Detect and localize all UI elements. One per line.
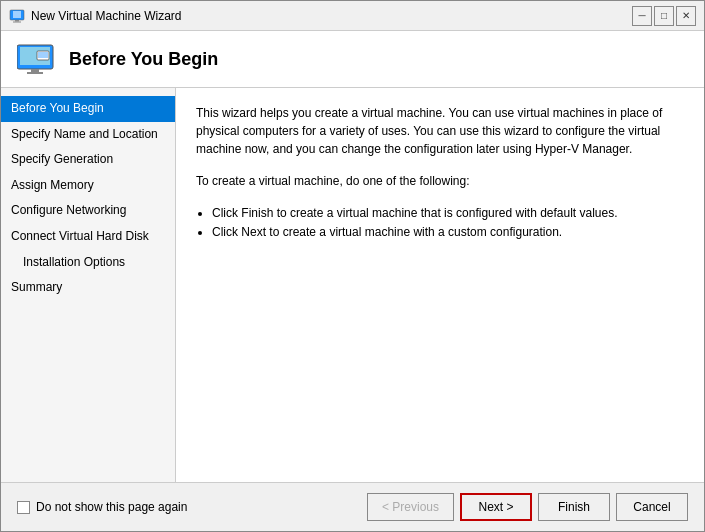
wizard-window: New Virtual Machine Wizard ─ □ ✕ Before …: [0, 0, 705, 532]
title-bar-left: New Virtual Machine Wizard: [9, 8, 182, 24]
header-title: Before You Begin: [69, 49, 218, 70]
bullet-item-2: Click Next to create a virtual machine w…: [212, 223, 684, 242]
window-icon: [9, 8, 25, 24]
sidebar-item-connect-vhd[interactable]: Connect Virtual Hard Disk: [1, 224, 175, 250]
svg-rect-2: [15, 20, 19, 22]
wizard-header: Before You Begin: [1, 31, 704, 88]
wizard-body: Before You Begin Specify Name and Locati…: [1, 88, 704, 482]
footer-buttons: < Previous Next > Finish Cancel: [367, 493, 688, 521]
maximize-button[interactable]: □: [654, 6, 674, 26]
sidebar-item-configure-networking[interactable]: Configure Networking: [1, 198, 175, 224]
next-button[interactable]: Next >: [460, 493, 532, 521]
previous-button[interactable]: < Previous: [367, 493, 454, 521]
wizard-footer: Do not show this page again < Previous N…: [1, 482, 704, 531]
svg-rect-3: [13, 21, 21, 22]
bullet-item-1: Click Finish to create a virtual machine…: [212, 204, 684, 223]
svg-rect-7: [27, 72, 43, 74]
wizard-content: This wizard helps you create a virtual m…: [176, 88, 704, 482]
title-bar: New Virtual Machine Wizard ─ □ ✕: [1, 1, 704, 31]
sidebar-item-specify-name[interactable]: Specify Name and Location: [1, 122, 175, 148]
instruction-paragraph: To create a virtual machine, do one of t…: [196, 172, 684, 190]
do-not-show-label: Do not show this page again: [36, 500, 187, 514]
sidebar-item-installation-options[interactable]: Installation Options: [1, 250, 175, 276]
close-button[interactable]: ✕: [676, 6, 696, 26]
svg-rect-6: [31, 69, 39, 72]
sidebar-item-before-you-begin[interactable]: Before You Begin: [1, 96, 175, 122]
cancel-button[interactable]: Cancel: [616, 493, 688, 521]
sidebar: Before You Begin Specify Name and Locati…: [1, 88, 176, 482]
sidebar-item-assign-memory[interactable]: Assign Memory: [1, 173, 175, 199]
title-bar-controls: ─ □ ✕: [632, 6, 696, 26]
minimize-button[interactable]: ─: [632, 6, 652, 26]
sidebar-item-specify-generation[interactable]: Specify Generation: [1, 147, 175, 173]
finish-button[interactable]: Finish: [538, 493, 610, 521]
do-not-show-checkbox[interactable]: [17, 501, 30, 514]
sidebar-item-summary[interactable]: Summary: [1, 275, 175, 301]
intro-paragraph: This wizard helps you create a virtual m…: [196, 104, 684, 158]
footer-left: Do not show this page again: [17, 500, 187, 514]
header-icon: [17, 43, 57, 75]
svg-rect-9: [38, 52, 48, 58]
bullet-list: Click Finish to create a virtual machine…: [212, 204, 684, 242]
svg-rect-1: [13, 11, 21, 18]
window-title: New Virtual Machine Wizard: [31, 9, 182, 23]
